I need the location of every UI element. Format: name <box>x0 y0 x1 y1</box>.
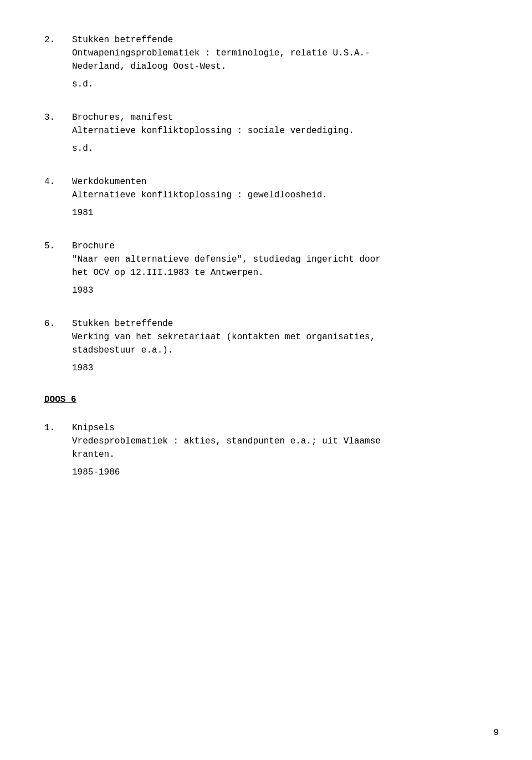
entry-6: 6. Stukken betreffende Werking van het s… <box>44 317 488 375</box>
entry-subtitle-6: Werking van het sekretariaat (kontakten … <box>72 330 488 357</box>
entry-title-5: Brochure <box>72 239 488 253</box>
page-container: 2. Stukken betreffende Ontwapeningsprobl… <box>0 0 532 760</box>
doos6-entry-1: 1. Knipsels Vredesproblematiek : akties,… <box>44 421 488 479</box>
doos6-entry-date-1: 1985-1986 <box>72 466 488 479</box>
entry-content-2: Stukken betreffende Ontwapeningsproblema… <box>72 33 488 91</box>
entry-number-4: 4. <box>44 175 72 220</box>
entry-title-2: Stukken betreffende <box>72 33 488 47</box>
entry-title-6: Stukken betreffende <box>72 317 488 330</box>
entry-title-4: Werkdokumenten <box>72 175 488 188</box>
entry-content-6: Stukken betreffende Werking van het sekr… <box>72 317 488 375</box>
entry-date-6: 1983 <box>72 361 488 375</box>
entry-subtitle-5: "Naar een alternatieve defensie", studie… <box>72 253 488 279</box>
entry-content-3: Brochures, manifest Alternatieve konflik… <box>72 111 488 155</box>
entry-subtitle-3: Alternatieve konfliktoplossing : sociale… <box>72 124 488 137</box>
entry-subtitle-2: Ontwapeningsproblematiek : terminologie,… <box>72 47 488 73</box>
entry-number-2: 2. <box>44 33 72 91</box>
entry-5: 5. Brochure "Naar een alternatieve defen… <box>44 239 488 297</box>
entry-number-5: 5. <box>44 239 72 297</box>
page-number: 9 <box>493 728 499 738</box>
entry-date-4: 1981 <box>72 206 488 220</box>
entry-2: 2. Stukken betreffende Ontwapeningsprobl… <box>44 33 488 91</box>
doos6-entry-subtitle-1: Vredesproblematiek : akties, standpunten… <box>72 435 488 461</box>
entry-content-5: Brochure "Naar een alternatieve defensie… <box>72 239 488 297</box>
entry-number-3: 3. <box>44 111 72 155</box>
entry-title-3: Brochures, manifest <box>72 111 488 124</box>
entry-date-5: 1983 <box>72 284 488 297</box>
doos6-entry-content-1: Knipsels Vredesproblematiek : akties, st… <box>72 421 488 479</box>
doos6-entry-title-1: Knipsels <box>72 421 488 435</box>
entry-date-3: s.d. <box>72 142 488 155</box>
doos6-entry-number-1: 1. <box>44 421 72 479</box>
entry-4: 4. Werkdokumenten Alternatieve konflikto… <box>44 175 488 220</box>
doos6-section: DOOS 6 1. Knipsels Vredesproblematiek : … <box>44 395 488 479</box>
entry-date-2: s.d. <box>72 78 488 91</box>
entry-3: 3. Brochures, manifest Alternatieve konf… <box>44 111 488 155</box>
doos6-header: DOOS 6 <box>44 395 488 405</box>
entry-content-4: Werkdokumenten Alternatieve konfliktoplo… <box>72 175 488 220</box>
entry-subtitle-4: Alternatieve konfliktoplossing : geweldl… <box>72 188 488 202</box>
entry-number-6: 6. <box>44 317 72 375</box>
